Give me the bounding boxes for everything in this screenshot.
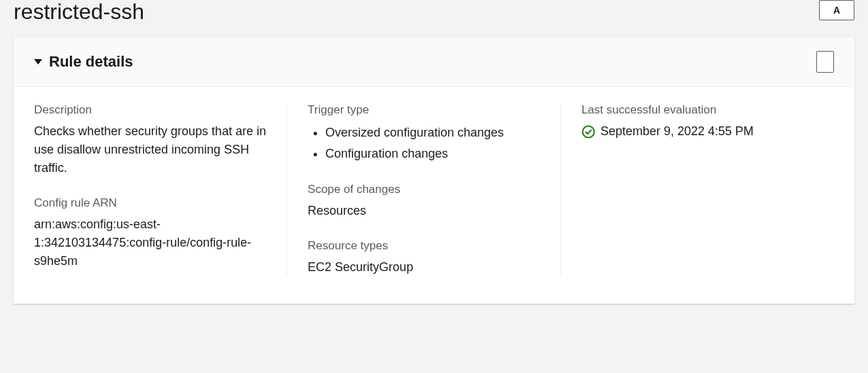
collapse-caret-icon[interactable] [34, 59, 42, 65]
last-eval-value: September 9, 2022 4:55 PM [601, 122, 754, 141]
column-left: Description Checks whether security grou… [34, 103, 287, 277]
list-item: Configuration changes [325, 143, 539, 164]
page-title: restricted-ssh [14, 0, 144, 24]
trigger-type-list: Oversized configuration changes Configur… [307, 122, 539, 164]
action-button[interactable]: A [819, 0, 854, 20]
panel-header: Rule details [14, 37, 854, 87]
description-value: Checks whether security groups that are … [34, 122, 266, 177]
panel-action-button[interactable] [816, 51, 834, 73]
svg-point-0 [582, 126, 594, 137]
arn-label: Config rule ARN [34, 196, 266, 210]
panel-title: Rule details [49, 53, 133, 71]
arn-value: arn:aws:config:us-east-1:342103134475:co… [34, 215, 266, 270]
rule-details-panel: Rule details Description Checks whether … [14, 37, 854, 304]
resource-types-value: EC2 SecurityGroup [307, 258, 539, 277]
scope-value: Resources [307, 202, 539, 220]
column-right: Last successful evaluation September 9, … [561, 103, 834, 277]
last-eval-label: Last successful evaluation [582, 103, 814, 117]
resource-types-label: Resource types [307, 239, 539, 253]
description-label: Description [34, 103, 266, 117]
column-middle: Trigger type Oversized configuration cha… [287, 103, 561, 277]
list-item: Oversized configuration changes [325, 122, 539, 143]
success-check-icon [582, 125, 595, 139]
scope-label: Scope of changes [307, 183, 539, 196]
trigger-type-label: Trigger type [307, 103, 539, 117]
